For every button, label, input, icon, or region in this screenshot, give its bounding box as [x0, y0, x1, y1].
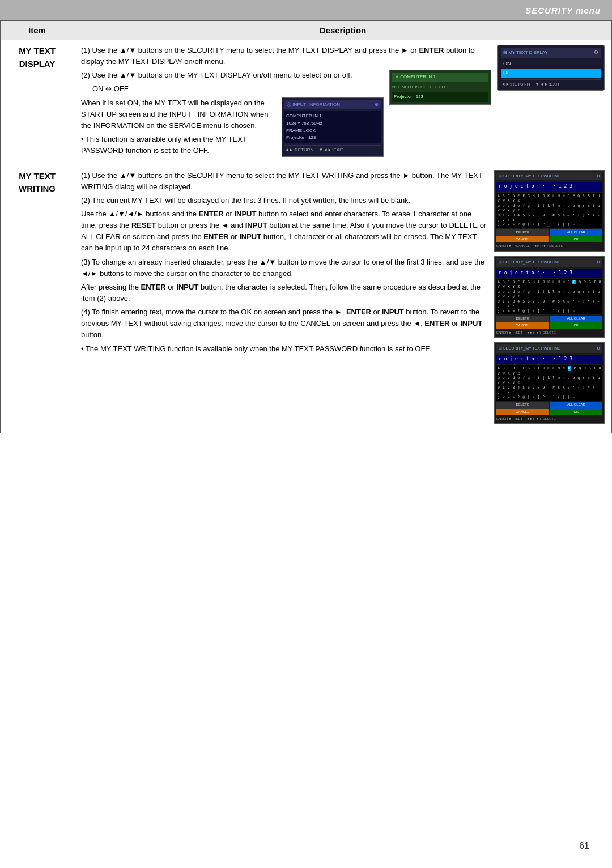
main-table: Item Description MY TEXTDISPLAY ⊞ MY TEX… [0, 20, 612, 433]
ss-writing-1-text: r o j e c t o r · - · 1 2 3 [496, 182, 602, 191]
ss-writing-3-btns2: CANCEL OK [496, 409, 602, 415]
ss-writing-3-chars: A B C D E F G H I J K L M N O P Q R S T … [496, 365, 602, 401]
ss-computer-in1: 🖥 COMPUTER IN 1 NO INPUT IS DETECTED Pro… [389, 70, 491, 105]
header-title: SECURITY menu [525, 6, 601, 15]
ss-writing-1-btns2: CANCEL OK [496, 236, 602, 242]
ss-writing-3-text: r o j e c t o r · - · 1 2 3 [496, 355, 602, 364]
all-clear-btn[interactable]: ALL CLEAR [550, 229, 603, 236]
ss-input-info: ⓘ INPUT_INFORMATION ⚙ COMPUTER IN 1 1024… [282, 97, 384, 157]
ss-writing-3-title: ⊞ SECURITY_MY TEXT WRITING ⚙ [496, 344, 602, 353]
ss-writing-1-btns: DELETE ALL CLEAR [496, 229, 602, 236]
ss-input-content: COMPUTER IN 1 1024 × 768 /60Hz FRAME LOC… [284, 111, 381, 143]
item-my-text-writing: MY TEXTWRITING [1, 165, 74, 433]
ss-writing-2-chars: A B C D E F G H I J K L M N O P Q R S T … [496, 279, 602, 314]
ss1-off-option: OFF [501, 69, 601, 78]
ss-writing-3: ⊞ SECURITY_MY TEXT WRITING ⚙ r o j e c t… [494, 342, 605, 424]
item-my-text-display: MY TEXTDISPLAY [1, 40, 74, 165]
delete-btn-3[interactable]: DELETE [496, 402, 549, 408]
delete-btn[interactable]: DELETE [496, 229, 549, 236]
all-clear-btn-2[interactable]: ALL CLEAR [550, 316, 603, 322]
ss-input-info-icon: ⚙ [375, 101, 379, 108]
ss3-footer: ◄►:RETURN ▼◄►:EXIT [284, 145, 381, 154]
ss-writing-2-footer: ENTER ► :SET ◄►(+►) :DELETE [496, 330, 602, 335]
col-item-header: Item [1, 21, 74, 40]
ss-writing-1-title: ⊞ SECURITY_MY TEXT WRITING ⚙ [496, 172, 602, 181]
ss-comp-title: 🖥 COMPUTER IN 1 [392, 73, 488, 82]
ss-writing-2-icon: ⚙ [597, 259, 600, 266]
ss1-settings-icon: ⚙ [594, 49, 598, 57]
ss-writing-3-footer: ENTER ► :SET ◄►(+►) :DELETE [496, 416, 602, 422]
ss1-on-option: ON [501, 59, 601, 69]
page-number: 61 [579, 841, 589, 851]
desc-my-text-display: ⊞ MY TEXT DISPLAY ⚙ ON OFF ◄►:RETURN ▼◄►… [74, 40, 612, 165]
desc-my-text-writing: ⊞ SECURITY_MY TEXT WRITING ⚙ r o j e c t… [74, 165, 612, 433]
ss1-footer: ◄►:RETURN ▼◄►:EXIT [501, 79, 601, 88]
ss-writing-2-title: ⊞ SECURITY_MY TEXT WRITING ⚙ [496, 258, 602, 267]
ss-writing-2: ⊞ SECURITY_MY TEXT WRITING ⚙ r o j e c t… [494, 256, 605, 338]
ss-comp-info: Projector : 123 [392, 92, 488, 102]
cancel-btn-3[interactable]: CANCEL [496, 409, 549, 415]
page: SECURITY menu Item Description MY TEXTDI… [0, 0, 612, 868]
cancel-btn[interactable]: CANCEL [496, 236, 549, 242]
cancel-btn-2[interactable]: CANCEL [496, 322, 549, 329]
ss1-title-text: ⊞ MY TEXT DISPLAY [503, 49, 548, 56]
ss-comp-sub: NO INPUT IS DETECTED [392, 84, 488, 91]
ss-writing-1-icon: ⚙ [597, 173, 600, 180]
ss-writing-1-chars: A B C D E F G H I J K L M N O P Q R S T … [496, 193, 602, 228]
ok-btn-2[interactable]: OK [550, 322, 603, 329]
ss-my-text-display: ⊞ MY TEXT DISPLAY ⚙ ON OFF ◄►:RETURN ▼◄►… [497, 45, 605, 91]
ss-input-info-title: ⓘ INPUT_INFORMATION ⚙ [284, 100, 381, 109]
ss-writing-2-btns2: CANCEL OK [496, 322, 602, 329]
ss-writing-2-btns: DELETE ALL CLEAR [496, 316, 602, 322]
all-clear-btn-3[interactable]: ALL CLEAR [550, 402, 603, 408]
ss-writing-1-footer: ENTER ► :CANCEL ◄►(+►) :DELETE [496, 244, 602, 249]
header-bar: SECURITY menu [0, 0, 612, 20]
ss-writing-2-text: r o j e c t o r · - · 1 2 3 [496, 269, 602, 278]
table-row: MY TEXTDISPLAY ⊞ MY TEXT DISPLAY ⚙ ON OF… [1, 40, 612, 165]
delete-btn-2[interactable]: DELETE [496, 316, 549, 322]
table-row: MY TEXTWRITING ⊞ SECURITY_MY TEXT WRITIN… [1, 165, 612, 433]
ss-writing-1: ⊞ SECURITY_MY TEXT WRITING ⚙ r o j e c t… [494, 170, 605, 252]
ok-btn[interactable]: OK [550, 236, 603, 242]
ss-writing-3-btns: DELETE ALL CLEAR [496, 402, 602, 408]
ok-btn-3[interactable]: OK [550, 409, 603, 415]
ss-writing-3-icon: ⚙ [597, 346, 600, 352]
col-desc-header: Description [74, 21, 612, 40]
